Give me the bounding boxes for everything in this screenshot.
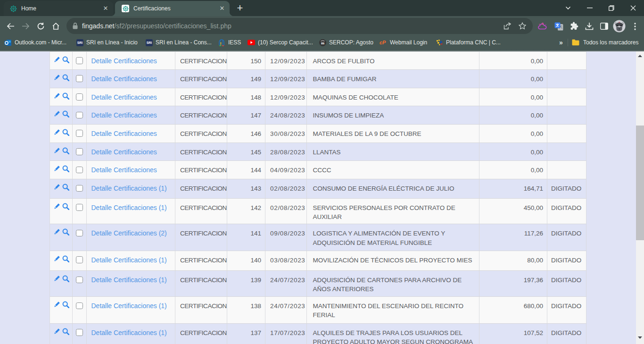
edit-pencil-icon[interactable] bbox=[53, 228, 60, 238]
view-magnifier-icon[interactable] bbox=[62, 228, 69, 238]
detalle-certificaciones-link[interactable]: Detalle Certificaciones bbox=[87, 52, 176, 69]
tab-home-close-icon[interactable]: ✕ bbox=[102, 5, 109, 12]
view-magnifier-icon[interactable] bbox=[62, 301, 69, 310]
edit-pencil-icon[interactable] bbox=[53, 56, 60, 66]
row-actions bbox=[50, 88, 73, 106]
browser-menu-dots-icon[interactable] bbox=[629, 16, 641, 36]
tab-home[interactable]: Home ✕ bbox=[4, 1, 113, 16]
row-checkbox[interactable] bbox=[76, 329, 83, 336]
row-checkbox[interactable] bbox=[76, 75, 83, 82]
side-panel-icon[interactable] bbox=[597, 16, 611, 36]
table-row: Detalle Certificaciones (2)CERTIFICACION… bbox=[50, 224, 586, 251]
tab-search-chevron-icon[interactable] bbox=[561, 0, 575, 16]
reload-button[interactable] bbox=[33, 16, 48, 36]
view-magnifier-icon[interactable] bbox=[62, 328, 69, 337]
row-checkbox[interactable] bbox=[76, 256, 83, 263]
tab-certificaciones[interactable]: Certificaciones ✕ bbox=[115, 1, 230, 16]
row-select-cell bbox=[73, 179, 87, 198]
edit-pencil-icon[interactable] bbox=[53, 203, 60, 212]
row-checkbox[interactable] bbox=[76, 112, 83, 119]
edit-pencil-icon[interactable] bbox=[53, 165, 60, 175]
bookmark-iess-icon bbox=[218, 39, 225, 46]
edit-pencil-icon[interactable] bbox=[53, 328, 60, 337]
view-magnifier-icon[interactable] bbox=[62, 203, 69, 212]
bookmark-item[interactable]: IESS bbox=[218, 37, 241, 48]
bookmark-item[interactable]: SRISRI en Línea - Inicio bbox=[76, 37, 138, 48]
scrollbar-up-arrow[interactable] bbox=[636, 52, 644, 60]
row-select-cell bbox=[73, 324, 87, 344]
view-magnifier-icon[interactable] bbox=[62, 147, 69, 157]
all-bookmarks-folder[interactable]: Todos los marcadores bbox=[572, 36, 638, 49]
view-magnifier-icon[interactable] bbox=[62, 92, 69, 102]
bookmark-item[interactable]: mSERCOP: Agosto bbox=[319, 37, 373, 48]
detalle-certificaciones-link[interactable]: Detalle Certificaciones (1) bbox=[87, 199, 176, 224]
detalle-certificaciones-link[interactable]: Detalle Certificaciones bbox=[87, 88, 176, 106]
page-scrollbar[interactable] bbox=[636, 51, 644, 344]
edit-pencil-icon[interactable] bbox=[53, 110, 60, 120]
extensions-puzzle-icon[interactable] bbox=[567, 16, 581, 36]
home-button[interactable] bbox=[48, 16, 63, 36]
row-checkbox[interactable] bbox=[76, 57, 83, 64]
share-button[interactable] bbox=[500, 22, 515, 30]
detalle-certificaciones-link[interactable]: Detalle Certificaciones bbox=[87, 161, 176, 179]
new-tab-button[interactable]: + bbox=[234, 2, 246, 15]
edit-pencil-icon[interactable] bbox=[53, 275, 60, 285]
bookmark-star-icon[interactable] bbox=[515, 22, 530, 30]
extension-cloud-icon[interactable] bbox=[536, 16, 550, 36]
scrollbar-down-arrow[interactable] bbox=[636, 334, 644, 342]
bookmark-item[interactable]: Plataforma CNC | C... bbox=[436, 37, 501, 48]
detalle-certificaciones-link[interactable]: Detalle Certificaciones bbox=[87, 70, 176, 88]
edit-pencil-icon[interactable] bbox=[53, 129, 60, 138]
window-close-button[interactable] bbox=[622, 0, 644, 16]
row-checkbox[interactable] bbox=[76, 302, 83, 310]
bookmark-item[interactable]: cPWebmail Login bbox=[380, 37, 427, 48]
detalle-certificaciones-link[interactable]: Detalle Certificaciones (1) bbox=[87, 324, 176, 344]
window-maximize-button[interactable] bbox=[601, 0, 622, 16]
edit-pencil-icon[interactable] bbox=[53, 255, 60, 265]
row-checkbox[interactable] bbox=[76, 93, 83, 101]
tab-certificaciones-close-icon[interactable]: ✕ bbox=[218, 5, 226, 12]
bookmarks-overflow-chevrons[interactable]: » bbox=[555, 36, 567, 49]
row-checkbox[interactable] bbox=[76, 167, 83, 174]
cell-description: INSUMOS DE LIMPIEZA bbox=[307, 106, 480, 124]
edit-pencil-icon[interactable] bbox=[53, 184, 60, 193]
view-magnifier-icon[interactable] bbox=[62, 56, 69, 66]
detalle-certificaciones-link[interactable]: Detalle Certificaciones bbox=[87, 106, 176, 124]
row-checkbox[interactable] bbox=[76, 277, 83, 284]
window-minimize-button[interactable] bbox=[579, 0, 601, 16]
bookmark-item[interactable]: (10) Sercop Capacit... bbox=[248, 37, 313, 48]
detalle-certificaciones-link[interactable]: Detalle Certificaciones bbox=[87, 143, 176, 161]
profile-avatar[interactable] bbox=[611, 16, 627, 36]
edit-pencil-icon[interactable] bbox=[53, 74, 60, 84]
view-magnifier-icon[interactable] bbox=[62, 275, 69, 285]
detalle-certificaciones-link[interactable]: Detalle Certificaciones (1) bbox=[87, 251, 176, 270]
view-magnifier-icon[interactable] bbox=[62, 165, 69, 175]
table-row: Detalle Certificaciones (1)CERTIFICACION… bbox=[50, 251, 586, 271]
forward-button[interactable] bbox=[18, 16, 33, 36]
view-magnifier-icon[interactable] bbox=[62, 74, 69, 84]
row-checkbox[interactable] bbox=[76, 230, 83, 237]
bookmark-item[interactable]: Outlook.com - Micr... bbox=[4, 37, 66, 48]
scrollbar-thumb[interactable] bbox=[636, 126, 644, 240]
row-checkbox[interactable] bbox=[76, 204, 83, 211]
row-checkbox[interactable] bbox=[76, 130, 83, 137]
extension-translate-icon[interactable] bbox=[552, 16, 566, 36]
edit-pencil-icon[interactable] bbox=[53, 301, 60, 310]
row-checkbox[interactable] bbox=[76, 148, 83, 155]
view-magnifier-icon[interactable] bbox=[62, 255, 69, 265]
view-magnifier-icon[interactable] bbox=[62, 110, 69, 120]
downloads-icon[interactable] bbox=[582, 16, 596, 36]
detalle-certificaciones-link[interactable]: Detalle Certificaciones (1) bbox=[87, 271, 176, 296]
detalle-certificaciones-link[interactable]: Detalle Certificaciones (1) bbox=[87, 179, 176, 198]
edit-pencil-icon[interactable] bbox=[53, 147, 60, 157]
edit-pencil-icon[interactable] bbox=[53, 92, 60, 102]
detalle-certificaciones-link[interactable]: Detalle Certificaciones (1) bbox=[87, 297, 176, 323]
row-checkbox[interactable] bbox=[76, 185, 83, 192]
address-bar[interactable]: fingads.net/sf2/presupuesto/certificacio… bbox=[66, 18, 533, 34]
detalle-certificaciones-link[interactable]: Detalle Certificaciones bbox=[87, 125, 176, 143]
view-magnifier-icon[interactable] bbox=[62, 184, 69, 193]
back-button[interactable] bbox=[3, 16, 18, 36]
view-magnifier-icon[interactable] bbox=[62, 129, 69, 138]
bookmark-item[interactable]: SRISRI en Línea - Cons... bbox=[145, 37, 212, 48]
detalle-certificaciones-link[interactable]: Detalle Certificaciones (2) bbox=[87, 224, 176, 250]
